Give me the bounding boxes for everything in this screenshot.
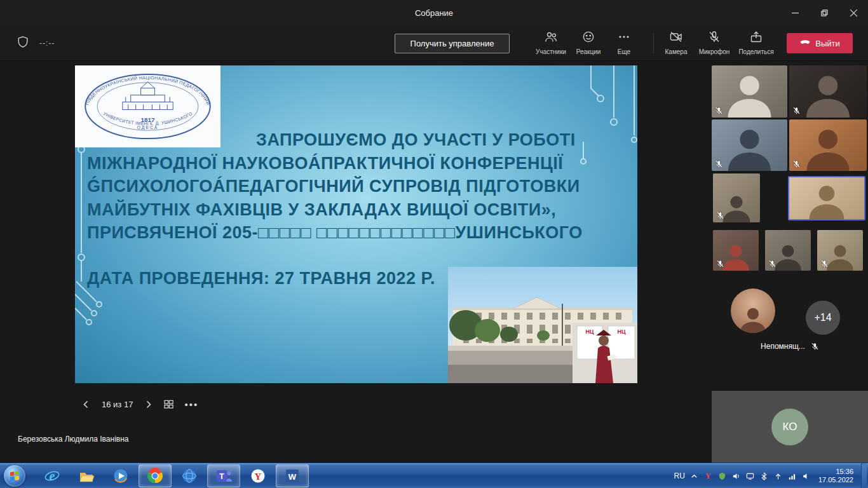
mic-muted-icon: [768, 260, 776, 268]
system-tray: RU Y 15:36 17.05.2022: [674, 463, 868, 488]
slide-title: ЗАПРОШУЄМО ДО УЧАСТІ У РОБОТІ МІЖНАРОДНО…: [87, 128, 621, 245]
windows-taskbar: e T Y W RU Y 15:36: [0, 463, 868, 488]
slide-navigation: 16 из 17 •••: [81, 396, 198, 412]
previous-slide-button[interactable]: [81, 400, 91, 409]
security-shield-icon: [17, 36, 29, 51]
taskbar-yandex-icon[interactable]: Y: [241, 464, 275, 487]
more-slide-options-icon[interactable]: •••: [184, 399, 198, 410]
language-indicator[interactable]: RU: [674, 471, 685, 480]
mic-muted-icon: [820, 260, 829, 268]
slide-title-line: ПРИСВЯЧЕНОЇ 205-□□□□□ □□□□□□□□□□□□□УШИНС…: [87, 221, 621, 245]
taskbar-chrome-icon[interactable]: [139, 464, 172, 487]
ellipsis-icon: [618, 30, 630, 46]
microphone-button[interactable]: Микрофон: [696, 30, 733, 55]
participant-video-tile[interactable]: [789, 119, 867, 171]
show-desktop-button[interactable]: [861, 463, 867, 488]
participant-video-tile[interactable]: [713, 173, 760, 222]
photo-sign-text: НЦ: [617, 329, 625, 335]
participant-avatar[interactable]: [731, 288, 775, 333]
mic-muted-icon: [716, 212, 724, 220]
share-screen-icon: [750, 30, 763, 46]
participant-video-tile[interactable]: [789, 65, 867, 118]
slide-page-indicator: 16 из 17: [102, 400, 133, 409]
mic-off-icon: [708, 30, 721, 46]
clock-date: 17.05.2022: [818, 476, 853, 484]
restore-button[interactable]: [810, 0, 839, 25]
mic-muted-icon: [811, 342, 819, 351]
mic-muted-icon: [715, 107, 723, 115]
svg-text:e: e: [50, 469, 55, 483]
svg-text:ПІВДЕННОУКРАЇНСЬКИЙ НАЦІОНАЛЬН: ПІВДЕННОУКРАЇНСЬКИЙ НАЦІОНАЛЬНИЙ ПЕДАГОГ…: [85, 76, 211, 106]
shared-slide[interactable]: ПІВДЕННОУКРАЇНСЬКИЙ НАЦІОНАЛЬНИЙ ПЕДАГОГ…: [75, 65, 637, 383]
taskbar-ie-icon[interactable]: e: [36, 464, 69, 487]
participant-video-tile[interactable]: [765, 230, 811, 271]
emblem-building-sketch: [123, 82, 173, 110]
participant-initials-tile[interactable]: КО: [712, 391, 868, 463]
emblem-arc-top-text: ПІВДЕННОУКРАЇНСЬКИЙ НАЦІОНАЛЬНИЙ ПЕДАГОГ…: [85, 76, 211, 106]
svg-text:W: W: [288, 472, 297, 482]
participant-caption: Непомнящ...: [712, 342, 868, 351]
tray-sound-icon[interactable]: [801, 471, 811, 481]
participant-video-tile[interactable]: [713, 230, 759, 271]
leave-button[interactable]: Выйти: [787, 33, 853, 53]
meeting-timer: --:--: [39, 39, 55, 48]
next-slide-button[interactable]: [144, 400, 153, 409]
participant-video-tile[interactable]: [712, 65, 787, 118]
start-button[interactable]: [4, 465, 25, 487]
taskbar-teams-icon[interactable]: T: [207, 464, 240, 487]
emblem-year: 1817: [140, 116, 155, 123]
hidden-icons-chevron[interactable]: [689, 471, 699, 481]
tray-display-icon[interactable]: [745, 471, 755, 481]
mic-muted-icon: [715, 160, 723, 168]
window-controls: [780, 0, 868, 25]
mic-muted-icon: [792, 160, 801, 168]
get-control-button[interactable]: Получить управление: [395, 34, 510, 53]
window-title: Собрание: [0, 0, 868, 25]
tray-bluetooth-icon[interactable]: [759, 471, 769, 481]
hangup-icon: [799, 37, 811, 50]
windows-flag-icon: [9, 470, 20, 482]
camera-off-icon: [670, 30, 682, 46]
participant-video-tile[interactable]: [712, 119, 787, 171]
taskbar-clock[interactable]: 15:36 17.05.2022: [818, 468, 853, 484]
toolbar-divider: [653, 33, 654, 53]
slide-title-line: МІЖНАРОДНОЇ НАУКОВОÁПРАКТИЧНОЇ КОНФЕРЕНЦ…: [87, 152, 621, 175]
window-titlebar: Собрание: [0, 0, 868, 25]
svg-text:T: T: [219, 472, 224, 481]
participant-video-tile-speaking[interactable]: [788, 176, 865, 220]
slide-date-line: ДАТА ПРОВЕДЕННЯ: 27 ТРАВНЯ 2022 Р.: [87, 269, 435, 288]
smiley-icon: [582, 30, 595, 46]
close-button[interactable]: [839, 0, 868, 25]
mic-muted-icon: [792, 107, 801, 115]
minimize-button[interactable]: [780, 0, 810, 25]
tray-yandex-icon[interactable]: Y: [703, 471, 713, 481]
tray-network-icon[interactable]: [787, 471, 797, 481]
meeting-toolbar: --:-- Получить управление Участники Реак…: [0, 25, 868, 61]
clock-time: 15:36: [836, 468, 853, 476]
initials-avatar: КО: [771, 409, 808, 445]
taskbar-word-icon[interactable]: W: [276, 464, 309, 487]
taskbar-media-player-icon[interactable]: [104, 464, 137, 487]
tray-antivirus-shield-icon[interactable]: [717, 471, 727, 481]
share-button[interactable]: Поделиться: [736, 30, 776, 55]
tray-volume-icon[interactable]: [731, 471, 741, 481]
participant-name-label: Непомнящ...: [761, 342, 805, 351]
participants-icon: [545, 30, 557, 46]
meeting-stage: ПІВДЕННОУКРАЇНСЬКИЙ НАЦІОНАЛЬНИЙ ПЕДАГОГ…: [0, 61, 868, 463]
graduate-photo-overlay: НЦ НЦ: [573, 323, 637, 383]
slide-title-line: ЗАПРОШУЄМО ДО УЧАСТІ У РОБОТІ: [87, 128, 621, 152]
tray-update-icon[interactable]: [773, 471, 783, 481]
reactions-button[interactable]: Реакции: [570, 30, 607, 55]
slide-title-line: МАЙБУТНІХ ФАХІВЦІВ У ЗАКЛАДАХ ВИЩОЇ ОСВІ…: [87, 198, 621, 222]
more-button[interactable]: Еще: [606, 30, 642, 55]
taskbar-explorer-icon[interactable]: [70, 464, 103, 487]
camera-button[interactable]: Камера: [658, 30, 695, 55]
participants-button[interactable]: Участники: [532, 30, 569, 55]
overflow-participants-badge[interactable]: +14: [806, 301, 840, 335]
grid-view-icon[interactable]: [164, 400, 173, 409]
presenter-name-label: Березовська Людмила Іванівна: [18, 435, 128, 444]
participant-video-tile[interactable]: [817, 230, 863, 271]
building-photo: НЦ НЦ: [448, 267, 637, 383]
mic-muted-icon: [716, 260, 724, 268]
taskbar-browser-globe-icon[interactable]: [173, 464, 206, 487]
